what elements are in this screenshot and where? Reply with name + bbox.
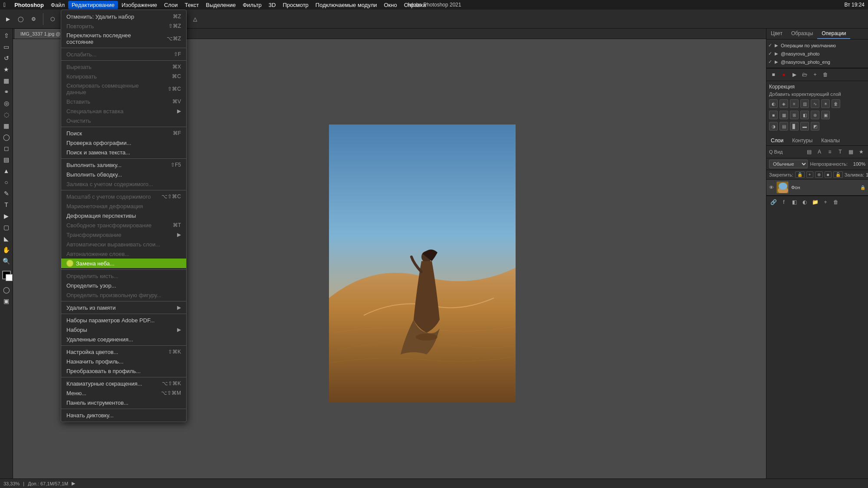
tool-move[interactable]: ⇧ (1, 30, 12, 41)
layer-delete-btn[interactable]: 🗑 (832, 198, 840, 206)
corr-selective[interactable]: ◩ (811, 122, 819, 131)
tool-quick-mask[interactable]: ◯ (1, 285, 12, 295)
layer-adjust-btn[interactable]: ◐ (800, 198, 809, 206)
menu-window[interactable]: Окно (381, 1, 401, 9)
tool-path-select[interactable]: ▶ (1, 211, 12, 221)
menu-entry[interactable]: Удаленные соединения... (61, 334, 186, 344)
tool-hand[interactable]: ✋ (1, 245, 12, 255)
lock-pixel-btn[interactable]: 🔒 (795, 171, 805, 178)
tool-eyedropper[interactable]: ⚭ (1, 87, 12, 97)
menu-file[interactable]: Файл (47, 1, 68, 9)
menu-entry[interactable]: Наборы параметров Adobe PDF... (61, 315, 186, 325)
ops-folder-btn[interactable]: 🗁 (800, 70, 809, 79)
corr-levels[interactable]: ▥ (800, 99, 809, 108)
tool-dodge[interactable]: ○ (1, 177, 12, 187)
corr-posterize[interactable]: ▤ (779, 122, 788, 131)
tool-spot-heal[interactable]: ◎ (1, 98, 12, 108)
menu-entry[interactable]: Наборы▶ (61, 325, 186, 334)
ops-new-btn[interactable]: + (811, 70, 819, 79)
blend-mode-select[interactable]: Обычные (769, 160, 808, 168)
apple-logo-icon[interactable]:  (3, 1, 6, 8)
layer-visibility-icon[interactable]: 👁 (769, 185, 774, 190)
toolbar-brush-tool[interactable]: ◯ (15, 13, 26, 25)
layers-filter-name[interactable]: A (815, 147, 824, 156)
menu-entry[interactable]: Определить узор... (61, 281, 186, 290)
menu-entry[interactable]: Переключить последнее состояние⌥⌘Z (61, 31, 186, 46)
toolbar-settings[interactable]: ⚙ (29, 13, 39, 25)
ops-row-defaults[interactable]: ✓ ▶ Операции по умолчанию (766, 41, 868, 49)
menu-image[interactable]: Изображение (118, 1, 161, 9)
layers-tab-paths[interactable]: Контуры (788, 136, 817, 145)
tool-blur[interactable]: ▲ (1, 166, 12, 176)
ops-delete-btn[interactable]: 🗑 (821, 70, 830, 79)
menu-entry[interactable]: Меню...⌥⇧⌘M (61, 388, 186, 398)
tool-shape[interactable]: ▢ (1, 222, 12, 233)
menu-edit[interactable]: Редактирование (68, 1, 118, 9)
tab-operations[interactable]: Операции (817, 29, 850, 39)
tool-lasso[interactable]: ↺ (1, 53, 12, 63)
tool-pen[interactable]: ✎ (1, 188, 12, 199)
menu-entry[interactable]: Настройка цветов...⇧⌘K (61, 347, 186, 357)
corr-color-lookup[interactable]: ▣ (821, 111, 830, 119)
ops-record-btn[interactable]: ● (779, 70, 788, 79)
layer-group-btn[interactable]: 📁 (811, 198, 819, 206)
layers-filter-type[interactable]: ▤ (805, 147, 813, 156)
corr-hsl[interactable]: ≡ (790, 99, 799, 108)
menu-entry[interactable]: Проверка орфографии... (61, 138, 186, 147)
tool-zoom[interactable]: 🔍 (1, 256, 12, 266)
menu-entry[interactable]: Удалить из памяти▶ (61, 303, 186, 312)
menu-entry[interactable]: Панель инструментов... (61, 398, 186, 407)
menu-select[interactable]: Выделение (202, 1, 239, 9)
foreground-color[interactable] (2, 271, 11, 279)
layers-tab-channels[interactable]: Каналы (817, 136, 844, 145)
layers-filter-color[interactable]: ▦ (846, 147, 855, 156)
corr-delete[interactable]: 🗑 (832, 99, 840, 108)
menu-entry[interactable]: Поиск⌘F (61, 128, 186, 138)
tool-clone[interactable]: ▦ (1, 121, 12, 131)
layer-mask-btn[interactable]: ◧ (790, 198, 799, 206)
ops-stop-btn[interactable]: ■ (769, 70, 778, 79)
toolbar-transform[interactable]: ⬡ (48, 13, 57, 25)
menu-filter[interactable]: Фильтр (239, 1, 265, 9)
menu-3d[interactable]: 3D (265, 1, 279, 9)
layers-tab-layers[interactable]: Слои (766, 136, 788, 145)
ops-play-btn[interactable]: ▶ (790, 70, 799, 79)
tool-history[interactable]: ◯ (1, 132, 12, 142)
layers-filter-attr[interactable]: ≡ (825, 147, 834, 156)
menu-photoshop[interactable]: Photoshop (11, 1, 47, 9)
corr-exposure[interactable]: ☀ (821, 99, 830, 108)
corr-pattern[interactable]: ⊞ (790, 111, 799, 119)
corr-curves[interactable]: ∿ (811, 99, 819, 108)
layer-item-background[interactable]: 👁 Фон 🔒 (766, 180, 868, 196)
menu-plugins[interactable]: Подключаемые модули (312, 1, 381, 9)
layer-link-btn[interactable]: 🔗 (769, 198, 778, 206)
menu-entry[interactable]: Начать диктовку... (61, 410, 186, 420)
tool-3d[interactable]: ◣ (1, 233, 12, 244)
tool-brush[interactable]: ◌ (1, 109, 12, 120)
menu-text[interactable]: Текст (181, 1, 203, 9)
menu-entry[interactable]: Деформация перспективы (61, 211, 186, 220)
tool-screen-mode[interactable]: ▣ (1, 296, 12, 306)
tab-color[interactable]: Цвет (766, 29, 787, 39)
tool-crop[interactable]: ▦ (1, 75, 12, 86)
menu-entry[interactable]: Назначить профиль... (61, 357, 186, 366)
menu-layers[interactable]: Слои (161, 1, 181, 9)
corr-gradient-map[interactable]: ▬ (800, 122, 809, 131)
corr-photo[interactable]: ◧ (800, 111, 809, 119)
corr-invert[interactable]: ◑ (769, 122, 778, 131)
layers-filter-mode[interactable]: T (836, 147, 845, 156)
menu-entry[interactable]: Замена неба... (61, 259, 186, 268)
menu-entry[interactable]: Выполнить заливку...⇧F5 (61, 160, 186, 170)
ops-row-photo[interactable]: ✓ ▶ @nasyrova_photo (766, 49, 868, 58)
corr-brightness[interactable]: ◐ (769, 99, 778, 108)
lock-all-btn[interactable]: ■ (825, 171, 832, 178)
toolbar-move-tool[interactable]: ▶ (3, 13, 13, 25)
corr-gradient[interactable]: ▦ (779, 111, 788, 119)
layer-new-btn[interactable]: + (821, 198, 830, 206)
corr-mix[interactable]: ⊕ (811, 111, 819, 119)
lock-artboard-btn[interactable]: ⊕ (815, 171, 823, 178)
tool-magic-wand[interactable]: ★ (1, 64, 12, 75)
ops-row-photo-eng[interactable]: ✓ ▶ @nasyrova_photo_eng (766, 58, 868, 66)
lock-extra-btn[interactable]: 🔓 (833, 171, 843, 178)
menu-entry[interactable]: Преобразовать в профиль... (61, 366, 186, 376)
